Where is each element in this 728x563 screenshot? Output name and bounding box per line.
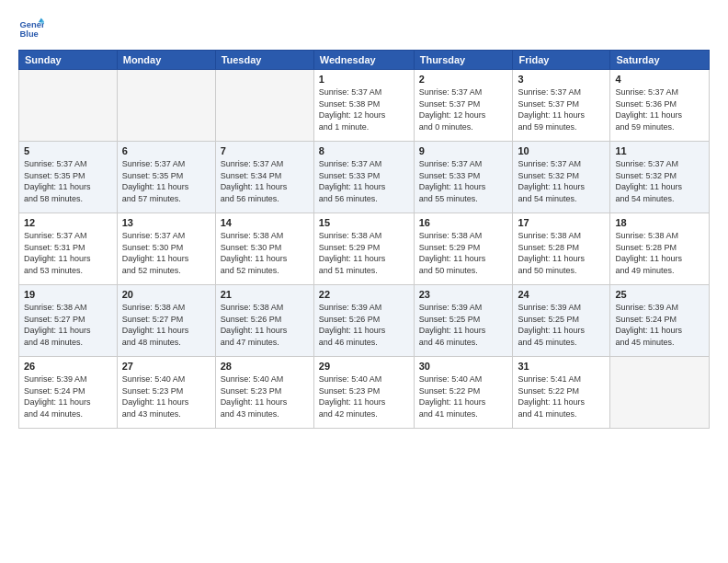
calendar-cell: 1Sunrise: 5:37 AM Sunset: 5:38 PM Daylig… (313, 70, 414, 142)
col-header-wednesday: Wednesday (313, 51, 414, 70)
day-info: Sunrise: 5:41 AM Sunset: 5:22 PM Dayligh… (518, 373, 605, 419)
day-number: 2 (419, 74, 508, 85)
col-header-monday: Monday (117, 51, 215, 70)
calendar-cell: 22Sunrise: 5:39 AM Sunset: 5:26 PM Dayli… (313, 285, 414, 357)
day-number: 8 (319, 145, 409, 156)
day-info: Sunrise: 5:37 AM Sunset: 5:36 PM Dayligh… (615, 86, 704, 132)
calendar-week-row: 5Sunrise: 5:37 AM Sunset: 5:35 PM Daylig… (19, 142, 710, 213)
calendar-header-row: SundayMondayTuesdayWednesdayThursdayFrid… (19, 51, 710, 70)
calendar-cell: 7Sunrise: 5:37 AM Sunset: 5:34 PM Daylig… (215, 142, 313, 213)
day-info: Sunrise: 5:37 AM Sunset: 5:32 PM Dayligh… (518, 158, 605, 204)
day-info: Sunrise: 5:37 AM Sunset: 5:37 PM Dayligh… (419, 86, 508, 132)
svg-text:Blue: Blue (20, 29, 39, 39)
day-number: 14 (221, 217, 309, 228)
day-number: 19 (24, 289, 112, 300)
day-info: Sunrise: 5:39 AM Sunset: 5:25 PM Dayligh… (419, 302, 508, 348)
logo: General Blue (18, 17, 44, 42)
calendar-cell: 9Sunrise: 5:37 AM Sunset: 5:33 PM Daylig… (414, 142, 513, 213)
day-number: 10 (518, 145, 605, 156)
calendar-cell: 10Sunrise: 5:37 AM Sunset: 5:32 PM Dayli… (513, 142, 610, 213)
calendar-cell: 4Sunrise: 5:37 AM Sunset: 5:36 PM Daylig… (610, 70, 710, 142)
day-info: Sunrise: 5:37 AM Sunset: 5:33 PM Dayligh… (319, 158, 409, 204)
day-info: Sunrise: 5:38 AM Sunset: 5:26 PM Dayligh… (221, 302, 309, 348)
day-number: 23 (419, 289, 508, 300)
day-number: 13 (122, 217, 210, 228)
day-number: 29 (319, 361, 409, 372)
day-number: 12 (24, 217, 112, 228)
calendar-cell (215, 70, 313, 142)
day-number: 17 (518, 217, 605, 228)
day-info: Sunrise: 5:39 AM Sunset: 5:24 PM Dayligh… (24, 373, 112, 419)
day-info: Sunrise: 5:40 AM Sunset: 5:22 PM Dayligh… (419, 373, 508, 419)
day-info: Sunrise: 5:37 AM Sunset: 5:35 PM Dayligh… (24, 158, 112, 204)
day-info: Sunrise: 5:38 AM Sunset: 5:27 PM Dayligh… (24, 302, 112, 348)
calendar-week-row: 12Sunrise: 5:37 AM Sunset: 5:31 PM Dayli… (19, 213, 710, 285)
calendar-week-row: 26Sunrise: 5:39 AM Sunset: 5:24 PM Dayli… (19, 357, 710, 429)
calendar-week-row: 1Sunrise: 5:37 AM Sunset: 5:38 PM Daylig… (19, 70, 710, 142)
calendar-cell: 18Sunrise: 5:38 AM Sunset: 5:28 PM Dayli… (610, 213, 710, 285)
day-info: Sunrise: 5:37 AM Sunset: 5:35 PM Dayligh… (122, 158, 210, 204)
day-info: Sunrise: 5:39 AM Sunset: 5:25 PM Dayligh… (518, 302, 605, 348)
day-number: 15 (319, 217, 409, 228)
day-info: Sunrise: 5:37 AM Sunset: 5:34 PM Dayligh… (221, 158, 309, 204)
day-number: 22 (319, 289, 409, 300)
day-number: 26 (24, 361, 112, 372)
day-number: 11 (615, 145, 704, 156)
calendar-cell: 20Sunrise: 5:38 AM Sunset: 5:27 PM Dayli… (117, 285, 215, 357)
day-number: 28 (221, 361, 309, 372)
calendar-table: SundayMondayTuesdayWednesdayThursdayFrid… (18, 50, 710, 429)
day-number: 4 (615, 74, 704, 85)
calendar-cell: 12Sunrise: 5:37 AM Sunset: 5:31 PM Dayli… (19, 213, 118, 285)
calendar-cell: 28Sunrise: 5:40 AM Sunset: 5:23 PM Dayli… (215, 357, 313, 429)
day-number: 25 (615, 289, 704, 300)
col-header-sunday: Sunday (19, 51, 118, 70)
day-info: Sunrise: 5:37 AM Sunset: 5:32 PM Dayligh… (615, 158, 704, 204)
calendar-cell: 8Sunrise: 5:37 AM Sunset: 5:33 PM Daylig… (313, 142, 414, 213)
calendar-cell: 17Sunrise: 5:38 AM Sunset: 5:28 PM Dayli… (513, 213, 610, 285)
calendar-cell: 3Sunrise: 5:37 AM Sunset: 5:37 PM Daylig… (513, 70, 610, 142)
day-number: 27 (122, 361, 210, 372)
calendar-cell: 13Sunrise: 5:37 AM Sunset: 5:30 PM Dayli… (117, 213, 215, 285)
day-info: Sunrise: 5:39 AM Sunset: 5:26 PM Dayligh… (319, 302, 409, 348)
col-header-friday: Friday (513, 51, 610, 70)
day-info: Sunrise: 5:40 AM Sunset: 5:23 PM Dayligh… (221, 373, 309, 419)
day-number: 31 (518, 361, 605, 372)
day-number: 9 (419, 145, 508, 156)
day-info: Sunrise: 5:38 AM Sunset: 5:28 PM Dayligh… (518, 230, 605, 276)
day-number: 6 (122, 145, 210, 156)
calendar-cell: 6Sunrise: 5:37 AM Sunset: 5:35 PM Daylig… (117, 142, 215, 213)
calendar-cell: 2Sunrise: 5:37 AM Sunset: 5:37 PM Daylig… (414, 70, 513, 142)
day-info: Sunrise: 5:40 AM Sunset: 5:23 PM Dayligh… (319, 373, 409, 419)
day-number: 21 (221, 289, 309, 300)
calendar-cell: 23Sunrise: 5:39 AM Sunset: 5:25 PM Dayli… (414, 285, 513, 357)
calendar-cell: 5Sunrise: 5:37 AM Sunset: 5:35 PM Daylig… (19, 142, 118, 213)
day-info: Sunrise: 5:37 AM Sunset: 5:33 PM Dayligh… (419, 158, 508, 204)
calendar-cell: 26Sunrise: 5:39 AM Sunset: 5:24 PM Dayli… (19, 357, 118, 429)
calendar-cell: 16Sunrise: 5:38 AM Sunset: 5:29 PM Dayli… (414, 213, 513, 285)
calendar-cell: 24Sunrise: 5:39 AM Sunset: 5:25 PM Dayli… (513, 285, 610, 357)
day-info: Sunrise: 5:37 AM Sunset: 5:37 PM Dayligh… (518, 86, 605, 132)
calendar-cell: 19Sunrise: 5:38 AM Sunset: 5:27 PM Dayli… (19, 285, 118, 357)
calendar-cell: 29Sunrise: 5:40 AM Sunset: 5:23 PM Dayli… (313, 357, 414, 429)
day-number: 24 (518, 289, 605, 300)
calendar-cell (117, 70, 215, 142)
day-number: 18 (615, 217, 704, 228)
day-number: 30 (419, 361, 508, 372)
day-info: Sunrise: 5:38 AM Sunset: 5:29 PM Dayligh… (419, 230, 508, 276)
day-info: Sunrise: 5:38 AM Sunset: 5:27 PM Dayligh… (122, 302, 210, 348)
calendar-cell: 31Sunrise: 5:41 AM Sunset: 5:22 PM Dayli… (513, 357, 610, 429)
col-header-saturday: Saturday (610, 51, 710, 70)
col-header-tuesday: Tuesday (215, 51, 313, 70)
calendar-cell: 21Sunrise: 5:38 AM Sunset: 5:26 PM Dayli… (215, 285, 313, 357)
day-info: Sunrise: 5:37 AM Sunset: 5:30 PM Dayligh… (122, 230, 210, 276)
day-info: Sunrise: 5:39 AM Sunset: 5:24 PM Dayligh… (615, 302, 704, 348)
header: General Blue (18, 17, 710, 42)
day-info: Sunrise: 5:38 AM Sunset: 5:29 PM Dayligh… (319, 230, 409, 276)
calendar-week-row: 19Sunrise: 5:38 AM Sunset: 5:27 PM Dayli… (19, 285, 710, 357)
day-number: 1 (319, 74, 409, 85)
day-info: Sunrise: 5:40 AM Sunset: 5:23 PM Dayligh… (122, 373, 210, 419)
logo-icon: General Blue (18, 17, 44, 42)
day-info: Sunrise: 5:37 AM Sunset: 5:38 PM Dayligh… (319, 86, 409, 132)
day-number: 16 (419, 217, 508, 228)
calendar-cell: 11Sunrise: 5:37 AM Sunset: 5:32 PM Dayli… (610, 142, 710, 213)
